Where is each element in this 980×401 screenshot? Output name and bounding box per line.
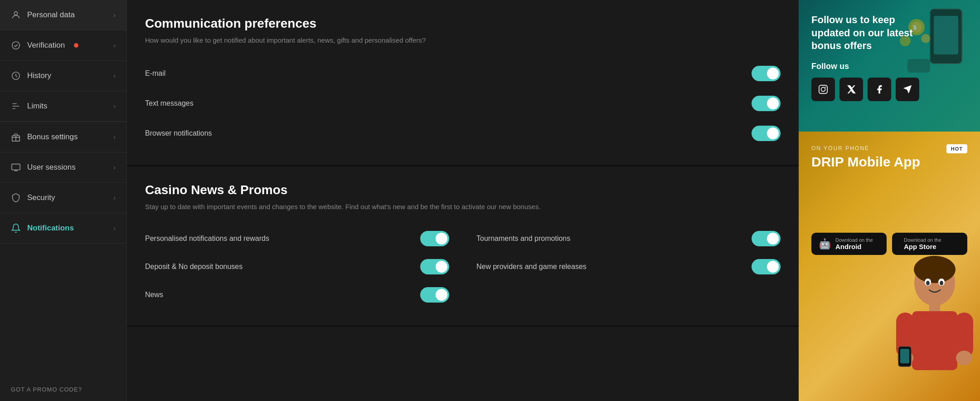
casino-news-section: Casino News & Promos Stay up to date wit… xyxy=(127,166,799,328)
appstore-download-button[interactable]: Download on the App Store xyxy=(892,233,967,255)
svg-rect-23 xyxy=(912,311,957,370)
email-toggle[interactable] xyxy=(752,66,781,81)
telegram-icon xyxy=(902,84,912,94)
tournaments-row: Tournaments and promotions xyxy=(476,225,781,253)
sidebar-item-verification[interactable]: Verification › xyxy=(0,30,126,61)
news-toggle[interactable] xyxy=(420,287,449,303)
deposit-bonuses-label: Deposit & No deposit bonuses xyxy=(145,263,243,271)
deposit-bonuses-row: Deposit & No deposit bonuses xyxy=(145,253,449,281)
personalised-notifications-toggle[interactable] xyxy=(420,231,449,246)
social-icons-row xyxy=(811,78,967,101)
hot-badge: HOT xyxy=(946,144,967,153)
casino-news-grid: Personalised notifications and rewards T… xyxy=(145,225,781,309)
email-label: E-mail xyxy=(145,69,165,78)
clock-icon xyxy=(11,71,21,81)
browser-notifications-label: Browser notifications xyxy=(145,129,212,137)
svg-rect-4 xyxy=(12,164,20,170)
follow-card-title: Follow us to keep updated on our latest … xyxy=(811,14,920,53)
person-icon xyxy=(11,10,21,20)
sidebar-item-label: Personal data xyxy=(27,10,75,20)
instagram-button[interactable] xyxy=(811,78,835,101)
person-silhouette xyxy=(889,256,980,401)
right-panel: $ Follow us to keep updated on our lates… xyxy=(799,0,980,401)
casino-news-title: Casino News & Promos xyxy=(145,183,781,197)
telegram-button[interactable] xyxy=(896,78,919,101)
chevron-right-icon: › xyxy=(113,225,116,232)
sidebar-item-user-sessions[interactable]: User sessions › xyxy=(0,152,126,183)
chevron-right-icon: › xyxy=(113,11,116,19)
sidebar-item-label: Limits xyxy=(27,102,47,111)
bell-icon xyxy=(11,223,21,233)
app-person-graphic xyxy=(889,256,980,401)
new-providers-toggle[interactable] xyxy=(752,259,781,274)
download-buttons: 🤖 Download on the Android Download on th… xyxy=(811,233,967,255)
casino-news-subtitle: Stay up to date with important events an… xyxy=(145,202,781,212)
tournaments-label: Tournaments and promotions xyxy=(476,235,570,243)
news-row: News xyxy=(145,281,449,309)
sidebar-item-notifications[interactable]: Notifications › xyxy=(0,213,126,244)
sidebar-item-limits[interactable]: Limits › xyxy=(0,91,126,122)
appstore-button-text: Download on the App Store xyxy=(904,237,941,250)
sessions-icon xyxy=(11,162,21,172)
x-twitter-button[interactable] xyxy=(839,78,863,101)
chevron-right-icon: › xyxy=(113,72,116,79)
new-providers-row: New providers and game releases xyxy=(476,253,781,281)
sidebar-item-label: Security xyxy=(27,193,55,202)
communication-section: Communication preferences How would you … xyxy=(127,0,799,166)
sidebar-item-personal-data[interactable]: Personal data › xyxy=(0,0,126,30)
chevron-right-icon: › xyxy=(113,164,116,171)
communication-subtitle: How would you like to get notified about… xyxy=(145,35,781,46)
communication-title: Communication preferences xyxy=(145,16,781,31)
new-providers-label: New providers and game releases xyxy=(476,263,587,271)
app-card-title: DRIP Mobile App xyxy=(811,154,967,169)
android-top-text: Download on the xyxy=(835,237,873,243)
sidebar-item-history[interactable]: History › xyxy=(0,61,126,91)
promo-code-button[interactable]: GOT A PROMO CODE? xyxy=(0,378,126,401)
chevron-right-icon: › xyxy=(113,194,116,201)
chevron-right-icon: › xyxy=(113,133,116,141)
facebook-icon xyxy=(874,84,884,94)
android-bottom-text: Android xyxy=(835,243,873,250)
tournaments-toggle[interactable] xyxy=(752,231,781,246)
svg-point-1 xyxy=(12,42,20,49)
svg-point-20 xyxy=(926,281,930,285)
sidebar-item-label: User sessions xyxy=(27,163,76,172)
on-your-phone-label: ON YOUR PHONE xyxy=(811,145,967,152)
android-button-text: Download on the Android xyxy=(835,237,873,250)
promo-code-label: GOT A PROMO CODE? xyxy=(11,386,82,393)
security-icon xyxy=(11,193,21,203)
text-messages-label: Text messages xyxy=(145,99,194,108)
notification-dot xyxy=(74,43,78,48)
svg-point-27 xyxy=(956,351,972,365)
follow-card-content: Follow us to keep updated on our latest … xyxy=(811,14,967,101)
bonus-icon xyxy=(11,132,21,142)
browser-notifications-toggle[interactable] xyxy=(752,126,781,141)
svg-rect-29 xyxy=(900,349,909,363)
browser-notifications-toggle-row: Browser notifications xyxy=(145,118,781,148)
instagram-icon xyxy=(818,84,828,94)
chevron-right-icon: › xyxy=(113,42,116,49)
sidebar-item-security[interactable]: Security › xyxy=(0,183,126,213)
app-card: HOT ON YOUR PHONE DRIP Mobile App xyxy=(799,132,980,401)
sidebar-item-label: History xyxy=(27,71,51,80)
chevron-right-icon: › xyxy=(113,103,116,110)
svg-point-0 xyxy=(14,12,17,15)
sidebar-item-bonus-settings[interactable]: Bonus settings › xyxy=(0,122,126,152)
text-messages-toggle[interactable] xyxy=(752,96,781,111)
svg-point-17 xyxy=(914,256,956,283)
verify-icon xyxy=(11,40,21,50)
android-download-button[interactable]: 🤖 Download on the Android xyxy=(811,233,887,255)
svg-point-21 xyxy=(940,281,943,285)
main-content: Communication preferences How would you … xyxy=(127,0,799,401)
facebook-button[interactable] xyxy=(868,78,891,101)
x-twitter-icon xyxy=(846,84,856,94)
news-label: News xyxy=(145,291,163,299)
deposit-bonuses-toggle[interactable] xyxy=(420,259,449,274)
text-messages-toggle-row: Text messages xyxy=(145,88,781,118)
follow-us-label: Follow us xyxy=(811,62,967,71)
sidebar-item-label: Verification xyxy=(27,41,65,50)
email-toggle-row: E-mail xyxy=(145,59,781,88)
svg-point-15 xyxy=(825,87,826,88)
limits-icon xyxy=(11,101,21,111)
sidebar-item-label: Bonus settings xyxy=(27,132,78,142)
